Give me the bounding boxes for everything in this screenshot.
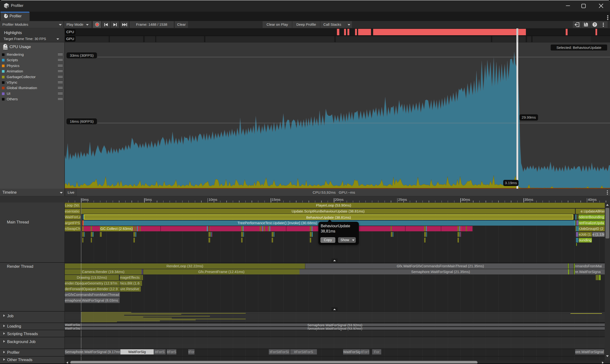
svg-text:6: 6 [7,5,8,8]
svg-text:CPU: CPU [3,47,8,50]
svg-text:?: ? [594,23,596,26]
